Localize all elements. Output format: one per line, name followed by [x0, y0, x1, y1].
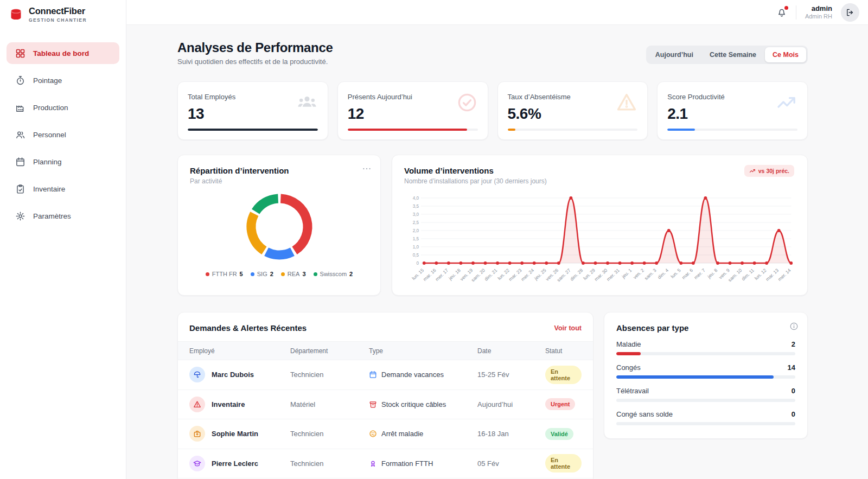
- absence-label: Maladie: [616, 340, 641, 348]
- legend-item-ftth-fr: FTTH FR5: [206, 271, 243, 277]
- sidebar-item-label: Production: [33, 104, 68, 112]
- legend-dot: [206, 272, 209, 276]
- user-block: admin Admin RH: [805, 5, 832, 20]
- database-icon: [9, 7, 23, 22]
- legend-dot: [251, 272, 254, 276]
- legend-label: FTTH FR: [212, 271, 237, 277]
- umbrella-icon: [193, 371, 201, 379]
- stat-progress-track: [188, 129, 318, 131]
- bottom-row: Demandes & Alertes Récentes Voir tout Em…: [177, 312, 808, 479]
- notifications-button[interactable]: [776, 7, 787, 18]
- legend-label: SIG: [257, 271, 267, 277]
- table-row[interactable]: Marc DuboisTechnicienDemande vacances15-…: [178, 360, 593, 390]
- medal-icon: [369, 459, 377, 468]
- stat-progress-fill: [188, 129, 318, 131]
- filter-ce-mois[interactable]: Ce Mois: [765, 47, 806, 62]
- sidebar-item-inventaire[interactable]: Inventaire: [7, 178, 119, 200]
- svg-text:mar. 6: mar. 6: [681, 267, 694, 280]
- dots-menu-icon[interactable]: [362, 164, 372, 174]
- column-header-statut: Statut: [545, 347, 582, 355]
- absence-value: 0: [792, 387, 795, 395]
- info-icon[interactable]: [789, 322, 799, 331]
- sidebar-item-label: Tableau de bord: [33, 49, 89, 58]
- donut-segment-sig[interactable]: [266, 252, 292, 255]
- stats-row: Total Employés13Présents Aujourd’hui12Ta…: [177, 81, 808, 140]
- date-cell: 15-25 Fév: [477, 371, 545, 379]
- svg-text:1,5: 1,5: [413, 236, 419, 241]
- column-header-type: Type: [369, 347, 477, 355]
- sidebar-item-label: Planning: [33, 158, 62, 166]
- status-badge: Urgent: [545, 398, 575, 410]
- topbar-divider: [796, 5, 796, 20]
- svg-text:lun. 5: lun. 5: [670, 267, 682, 279]
- sidebar-item-tableau-de-bord[interactable]: Tableau de bord: [7, 42, 119, 64]
- sidebar-item-production[interactable]: Production: [7, 97, 119, 118]
- stat-progress-track: [508, 129, 638, 131]
- type-cell: Demande vacances: [369, 371, 477, 379]
- donut-segment-ftth-fr[interactable]: [280, 199, 308, 251]
- row-avatar: [189, 367, 205, 382]
- logout-icon: [846, 8, 854, 17]
- sick-face-icon: [369, 430, 377, 438]
- absence-value: 14: [788, 363, 795, 372]
- page-subtitle: Suivi quotidien des effectifs et de la p…: [177, 58, 328, 66]
- warning-triangle-icon: [616, 92, 637, 113]
- comparison-badge-label: vs 30j préc.: [758, 168, 789, 174]
- notification-unread-dot: [784, 6, 788, 10]
- filter-aujourd-hui[interactable]: Aujourd’hui: [648, 47, 701, 62]
- type-label: Demande vacances: [381, 371, 444, 379]
- sidebar-item-personnel[interactable]: Personnel: [7, 124, 119, 145]
- legend-dot: [281, 272, 285, 276]
- sidebar-item-pointage[interactable]: Pointage: [7, 69, 119, 91]
- trend-up-icon: [776, 92, 797, 113]
- logout-icon: [846, 8, 854, 17]
- status-badge: Validé: [545, 428, 573, 440]
- donut-svg: [239, 186, 320, 267]
- stat-progress-fill: [348, 129, 468, 131]
- employee-name: Inventaire: [212, 400, 245, 408]
- stat-progress-fill: [508, 129, 515, 131]
- department-cell: Technicien: [290, 371, 369, 379]
- row-avatar: [189, 456, 205, 471]
- donut-segment-rea[interactable]: [251, 214, 264, 251]
- stat-card: Score Productivité2.1: [657, 81, 808, 140]
- row-avatar: [189, 426, 205, 442]
- donut-segment-swisscom[interactable]: [256, 199, 278, 212]
- stat-card: Taux d’Absentéisme5.6%: [497, 81, 648, 140]
- department-cell: Matériel: [290, 400, 369, 408]
- svg-text:4,0: 4,0: [413, 195, 419, 201]
- svg-text:2,0: 2,0: [413, 228, 419, 233]
- donut-card-title: Répartition d’intervention: [190, 166, 368, 175]
- sidebar-item-parametres[interactable]: Paramètres: [7, 205, 119, 227]
- table-row[interactable]: Sophie MartinTechnicienArrêt maladie16-1…: [178, 419, 593, 449]
- sidebar-item-planning[interactable]: Planning: [7, 151, 119, 173]
- svg-text:ven. 2: ven. 2: [632, 267, 645, 280]
- employee-name: Pierre Leclerc: [212, 459, 258, 468]
- type-label: Stock critique câbles: [381, 400, 446, 408]
- legend-dot: [314, 272, 317, 276]
- see-all-link[interactable]: Voir tout: [554, 324, 582, 332]
- absence-value: 2: [792, 340, 795, 348]
- svg-text:sam. 3: sam. 3: [643, 267, 658, 281]
- department-cell: Technicien: [290, 459, 369, 468]
- svg-text:jeu. 18: jeu. 18: [447, 267, 461, 282]
- absence-progress-track: [616, 352, 795, 355]
- type-cell: Arrêt maladie: [369, 430, 477, 438]
- user-role: Admin RH: [805, 13, 832, 20]
- date-cell: Aujourd’hui: [477, 400, 545, 408]
- svg-text:mar. 13: mar. 13: [764, 267, 780, 282]
- filter-cette-semaine[interactable]: Cette Semaine: [702, 47, 764, 62]
- repartition-card: Répartition d’intervention Par activité …: [177, 155, 381, 296]
- legend-item-rea: REA3: [281, 271, 306, 277]
- svg-text:3,5: 3,5: [413, 203, 419, 209]
- line-chart: 00,51,01,52,02,53,03,54,0lun. 15mar. 16m…: [404, 193, 795, 297]
- trend-up-icon: [776, 92, 797, 113]
- time-filter-segment: Aujourd’huiCette SemaineCe Mois: [646, 46, 808, 64]
- absence-progress-track: [616, 375, 795, 379]
- people-group-icon: [296, 92, 318, 113]
- table-row[interactable]: Pierre LeclercTechnicienFormation FTTH05…: [178, 449, 593, 479]
- table-row[interactable]: InventaireMatérielStock critique câblesA…: [178, 390, 593, 420]
- line-card-title: Volume d’interventions: [404, 166, 795, 175]
- users-icon: [15, 130, 25, 140]
- logout-button[interactable]: [841, 3, 859, 22]
